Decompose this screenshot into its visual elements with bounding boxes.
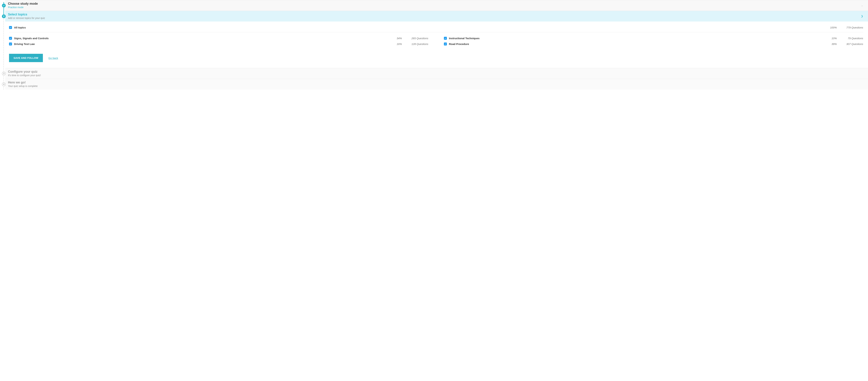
save-and-follow-button[interactable]: SAVE AND FOLLOW xyxy=(9,54,43,62)
step3-badge: 3 xyxy=(2,72,6,75)
step4-subtitle: Your quiz setup is complete xyxy=(8,85,863,88)
step2-badge: 2 xyxy=(2,14,6,18)
step3-number: 3 xyxy=(3,72,4,75)
topic-label: Instructional Techniques xyxy=(449,37,823,40)
step2-number: 2 xyxy=(3,15,4,18)
step4-number: 4 xyxy=(3,83,4,86)
actions-row: SAVE AND FOLLOW Go back xyxy=(9,47,863,62)
step2-title: Select topics xyxy=(8,13,859,16)
step1-header[interactable]: Choose study mode Practice mode ⌄ xyxy=(5,0,868,11)
checkbox-all-topics[interactable] xyxy=(9,26,12,29)
step-choose-study-mode: Choose study mode Practice mode ⌄ xyxy=(5,0,868,11)
check-icon xyxy=(9,43,11,45)
go-back-link[interactable]: Go back xyxy=(49,57,58,60)
step2-subtitle: Add or remove topics for your quiz xyxy=(8,17,859,20)
topic-row: Signs, Signals and Controls 34% 265 Ques… xyxy=(9,35,428,41)
topic-row: Instructional Techniques 10% 79 Question… xyxy=(444,35,863,41)
topic-count: 265 Questions xyxy=(404,37,428,40)
topics-col-right: Instructional Techniques 10% 79 Question… xyxy=(444,35,863,47)
all-topics-pct: 100% xyxy=(825,26,837,29)
step4-header[interactable]: 4 Here we go! Your quiz setup is complet… xyxy=(5,79,868,90)
checkbox-instructional-techniques[interactable] xyxy=(444,37,447,40)
step3-title: Configure your quiz xyxy=(8,70,863,73)
check-icon xyxy=(444,37,446,39)
all-topics-row: All topics 100% 779 Questions xyxy=(9,25,863,32)
step4-badge: 4 xyxy=(2,83,6,86)
topic-row: Road Procedure 39% 307 Questions xyxy=(444,41,863,47)
step1-badge-check xyxy=(2,4,6,7)
topics-panel: All topics 100% 779 Questions Signs, Sig… xyxy=(5,22,868,68)
topic-count: 128 Questions xyxy=(404,42,428,45)
topic-row: Driving Test Law 16% 128 Questions xyxy=(9,41,428,47)
all-topics-count: 779 Questions xyxy=(839,26,863,29)
topic-label: Signs, Signals and Controls xyxy=(14,37,388,40)
step-select-topics: 2 Select topics Add or remove topics for… xyxy=(5,11,868,68)
topic-pct: 39% xyxy=(825,42,837,45)
step4-title: Here we go! xyxy=(8,81,863,84)
checkbox-signs-signals[interactable] xyxy=(9,37,12,40)
topic-pct: 10% xyxy=(825,37,837,40)
step1-subtitle: Practice mode xyxy=(8,6,859,9)
step2-header[interactable]: 2 Select topics Add or remove topics for… xyxy=(5,11,868,22)
checkbox-road-procedure[interactable] xyxy=(444,42,447,45)
check-icon xyxy=(9,37,11,39)
check-icon xyxy=(3,4,5,7)
topic-count: 79 Questions xyxy=(839,37,863,40)
topic-label: Driving Test Law xyxy=(14,42,388,45)
topic-label: Road Procedure xyxy=(449,42,823,45)
step1-title: Choose study mode xyxy=(8,2,859,5)
topic-pct: 34% xyxy=(390,37,402,40)
all-topics-label: All topics xyxy=(14,26,823,29)
chevron-down-icon: ⌄ xyxy=(859,4,863,7)
step3-header[interactable]: 3 Configure your quiz It's time to confi… xyxy=(5,68,868,79)
step-configure-quiz: 3 Configure your quiz It's time to confi… xyxy=(5,68,868,79)
chevron-right-icon: ❯ xyxy=(859,15,863,18)
step-here-we-go: 4 Here we go! Your quiz setup is complet… xyxy=(5,79,868,90)
check-icon xyxy=(9,27,11,28)
topic-count: 307 Questions xyxy=(839,42,863,45)
check-icon xyxy=(444,43,446,45)
checkbox-driving-test-law[interactable] xyxy=(9,42,12,45)
step3-subtitle: It's time to configure your quiz! xyxy=(8,74,863,77)
topics-col-left: Signs, Signals and Controls 34% 265 Ques… xyxy=(9,35,428,47)
topic-pct: 16% xyxy=(390,42,402,45)
